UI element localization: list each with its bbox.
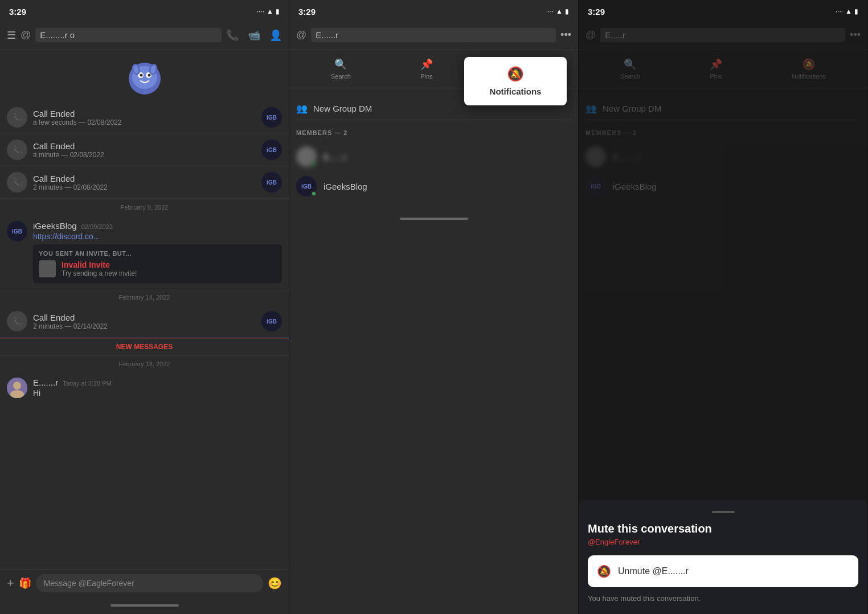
member-item-3-1: E........r xyxy=(586,142,861,171)
toolbar-pins[interactable]: 📌 Pins xyxy=(416,56,437,82)
call-time-2: a minute — 02/08/2022 xyxy=(33,151,256,159)
toolbar-search[interactable]: 🔍 Search xyxy=(326,56,355,82)
igb-avatar-2: iGB xyxy=(261,140,282,160)
home-indicator-2 xyxy=(289,210,578,227)
status-bar-1: 3:29 ···· ▲ ▮ xyxy=(0,0,289,21)
more-icon-2[interactable]: ••• xyxy=(560,29,571,41)
invite-details: Invalid Invite Try sending a new invite! xyxy=(62,260,137,277)
video-icon[interactable]: 📹 xyxy=(248,29,260,42)
person-icon[interactable]: 👤 xyxy=(269,29,282,42)
menu-icon[interactable]: ☰ xyxy=(7,29,16,42)
member-name-3-1: E........r xyxy=(613,152,640,162)
toolbar-pins-3: 📌 Pins xyxy=(705,56,727,82)
new-messages-divider: NEW MESSAGES xyxy=(0,338,289,355)
notif-label-3: Notifications xyxy=(792,73,826,80)
username-3: E.....r xyxy=(600,28,845,42)
member-avatar-3-2: iGB xyxy=(586,176,606,197)
call-time-feb14: 2 minutes — 02/14/2022 xyxy=(33,322,256,330)
message-input-area: + 🎁 Message @EagleForever 😊 xyxy=(0,569,289,597)
panel-mute: 3:29 ···· ▲ ▮ @ E.....r ••• 🔍 Search 📌 P… xyxy=(579,0,868,614)
call-title-feb14: Call Ended xyxy=(33,313,256,322)
username-2: E......r xyxy=(311,28,556,42)
svg-point-5 xyxy=(148,74,150,77)
message-timestamp-igb: 02/09/2022 xyxy=(81,223,113,230)
message-link-igb[interactable]: https://discord.co... xyxy=(33,232,282,241)
username-1: E........r o xyxy=(35,28,222,42)
header-bar-3: @ E.....r ••• xyxy=(579,21,867,50)
igb-avatar-3: iGB xyxy=(261,172,282,193)
call-icon-feb14: 📞 xyxy=(7,311,27,331)
home-bar-1 xyxy=(110,604,179,607)
igb-avatar-msg: iGB xyxy=(7,221,27,241)
pin-icon: 📌 xyxy=(420,58,433,71)
call-icon-3: 📞 xyxy=(7,172,27,193)
panel-members: 3:29 ···· ▲ ▮ @ E......r ••• 🔍 Search 📌 … xyxy=(289,0,579,614)
invite-thumb xyxy=(39,260,56,277)
invite-content: Invalid Invite Try sending a new invite! xyxy=(39,260,276,277)
wifi-icon-2: ▲ xyxy=(556,7,563,15)
signal-icon-2: ···· xyxy=(546,7,554,15)
status-bar-2: 3:29 ···· ▲ ▮ xyxy=(289,0,578,21)
search-icon-3: 🔍 xyxy=(624,58,636,71)
header-bar-2: @ E......r ••• xyxy=(289,21,578,50)
invite-label: YOU SENT AN INVITE, BUT... xyxy=(39,250,276,257)
emoji-icon[interactable]: 😊 xyxy=(268,576,282,590)
call-item-3: 📞 Call Ended 2 minutes — 02/08/2022 iGB xyxy=(0,166,289,199)
battery-icon-3: ▮ xyxy=(854,7,858,15)
pins-label: Pins xyxy=(420,73,432,80)
members-section-label: MEMBERS — 2 xyxy=(296,129,571,136)
member-avatar-2: iGB xyxy=(296,176,317,197)
svg-point-11 xyxy=(13,382,21,390)
group-icon-3: 👥 xyxy=(586,103,597,114)
call-info-1: Call Ended a few seconds — 02/08/2022 xyxy=(33,109,256,126)
call-title-2: Call Ended xyxy=(33,141,256,151)
bell-icon-3: 🔕 xyxy=(803,58,815,71)
call-item-feb14: 📞 Call Ended 2 minutes — 02/14/2022 iGB xyxy=(0,305,289,338)
unmute-label: Unmute @E.......r xyxy=(618,566,689,576)
date-divider-1: February 9, 2022 xyxy=(0,199,289,215)
invite-subtitle: Try sending a new invite! xyxy=(62,269,137,277)
time-3: 3:29 xyxy=(588,7,605,17)
member-item-1: E......r xyxy=(296,142,571,171)
call-info-3: Call Ended 2 minutes — 02/08/2022 xyxy=(33,174,256,191)
unmute-icon: 🔕 xyxy=(597,564,611,578)
call-item-1: 📞 Call Ended a few seconds — 02/08/2022 … xyxy=(0,101,289,134)
recent-message-author: E.......r xyxy=(33,378,58,387)
search-icon: 🔍 xyxy=(334,58,347,71)
member-item-2: iGB iGeeksBlog xyxy=(296,171,571,201)
group-label-3: New Group DM xyxy=(603,104,661,113)
recent-message-header: E.......r Today at 3:28 PM xyxy=(33,378,282,387)
unmute-button[interactable]: 🔕 Unmute @E.......r xyxy=(588,555,858,587)
panel2-content: 👥 New Group DM MEMBERS — 2 E......r iGB … xyxy=(289,88,578,210)
invite-title: Invalid Invite xyxy=(62,260,137,269)
message-author-igb: iGeeksBlog xyxy=(33,221,77,231)
group-icon: 👥 xyxy=(296,103,308,114)
call-time-1: a few seconds — 02/08/2022 xyxy=(33,118,256,126)
mute-bottom-sheet: Mute this conversation @EngleForever 🔕 U… xyxy=(579,500,867,614)
status-icons-1: ···· ▲ ▮ xyxy=(257,7,280,15)
mute-title: Mute this conversation xyxy=(588,522,858,535)
at-icon-1: @ xyxy=(21,29,31,41)
add-icon[interactable]: + xyxy=(7,576,14,591)
gift-icon[interactable]: 🎁 xyxy=(19,577,31,590)
sheet-handle xyxy=(712,511,735,513)
igb-avatar-1: iGB xyxy=(261,107,282,128)
status-icons-2: ···· ▲ ▮ xyxy=(546,7,569,15)
call-title-1: Call Ended xyxy=(33,109,256,118)
at-icon-2: @ xyxy=(296,29,306,41)
status-icons-3: ···· ▲ ▮ xyxy=(836,7,858,15)
member-item-3-2: iGB iGeeksBlog xyxy=(586,171,861,201)
call-icon[interactable]: 📞 xyxy=(226,29,239,42)
notification-popup: 🔕 Notifications xyxy=(464,57,567,105)
battery-icon-2: ▮ xyxy=(565,7,569,15)
message-input[interactable]: Message @EagleForever xyxy=(36,574,263,592)
date-divider-3: February 18, 2022 xyxy=(0,355,289,372)
igb-avatar-feb14: iGB xyxy=(261,311,282,331)
recent-message-avatar xyxy=(7,378,27,398)
wifi-icon: ▲ xyxy=(267,7,273,15)
member-name-1: E......r xyxy=(324,152,346,162)
member-avatar-3-1 xyxy=(586,146,606,167)
group-label: New Group DM xyxy=(313,104,372,113)
signal-icon-3: ···· xyxy=(836,7,843,15)
time-2: 3:29 xyxy=(298,7,316,17)
